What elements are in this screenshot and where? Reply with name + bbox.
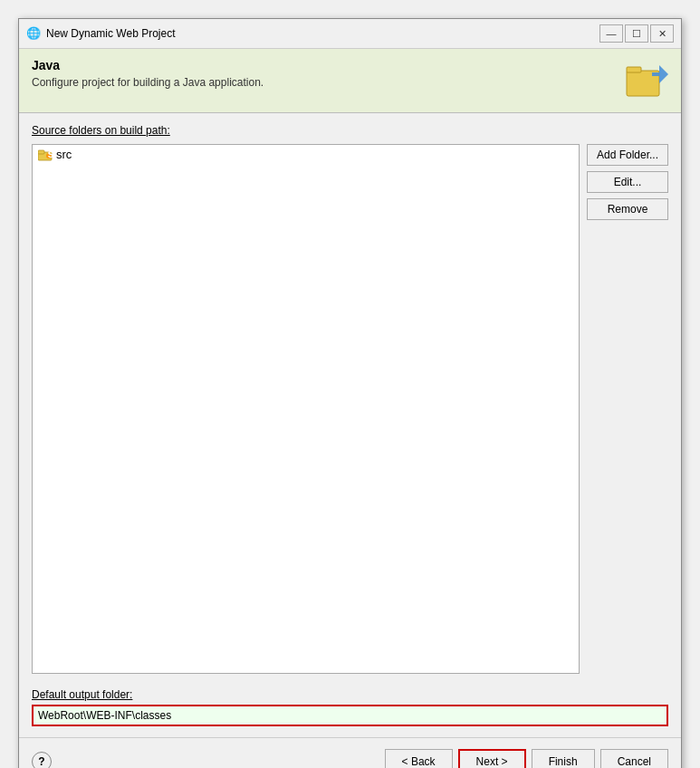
source-folders-area: s src Add Folder... Edit... Remove bbox=[32, 144, 668, 674]
java-icon bbox=[625, 58, 668, 101]
source-folders-list[interactable]: s src bbox=[32, 144, 580, 674]
restore-button[interactable]: ☐ bbox=[625, 24, 648, 43]
svg-text:s: s bbox=[48, 149, 53, 160]
bottom-bar: ? < Back Next > Finish Cancel bbox=[19, 737, 681, 768]
output-folder-section: Default output folder: bbox=[32, 688, 668, 726]
cancel-button[interactable]: Cancel bbox=[600, 749, 668, 768]
folder-icon: s bbox=[38, 149, 53, 161]
page-title: Java bbox=[32, 58, 264, 72]
header-section: Java Configure project for building a Ja… bbox=[19, 49, 681, 113]
side-buttons: Add Folder... Edit... Remove bbox=[587, 144, 668, 674]
svg-rect-3 bbox=[652, 72, 659, 76]
finish-button[interactable]: Finish bbox=[532, 749, 595, 768]
main-window: 🌐 New Dynamic Web Project — ☐ ✕ Java Con… bbox=[18, 18, 682, 768]
output-folder-label: Default output folder: bbox=[32, 688, 668, 701]
next-button[interactable]: Next > bbox=[458, 749, 526, 768]
close-button[interactable]: ✕ bbox=[650, 24, 674, 43]
source-folder-name: src bbox=[56, 148, 72, 161]
bottom-left: ? bbox=[32, 752, 52, 768]
remove-button[interactable]: Remove bbox=[587, 198, 668, 220]
main-content: Source folders on build path: s src bbox=[19, 113, 681, 737]
back-button[interactable]: < Back bbox=[385, 749, 453, 768]
add-folder-button[interactable]: Add Folder... bbox=[587, 144, 668, 166]
output-folder-input[interactable] bbox=[32, 705, 668, 726]
help-button[interactable]: ? bbox=[32, 752, 52, 768]
header-text: Java Configure project for building a Ja… bbox=[32, 58, 264, 89]
edit-button[interactable]: Edit... bbox=[587, 171, 668, 193]
bottom-right: < Back Next > Finish Cancel bbox=[385, 749, 668, 768]
svg-rect-1 bbox=[627, 67, 641, 72]
minimize-button[interactable]: — bbox=[599, 24, 623, 43]
svg-rect-5 bbox=[38, 150, 44, 154]
list-item[interactable]: s src bbox=[33, 145, 579, 164]
window-icon: 🌐 bbox=[26, 26, 41, 41]
titlebar: 🌐 New Dynamic Web Project — ☐ ✕ bbox=[19, 19, 681, 49]
source-folders-label: Source folders on build path: bbox=[32, 124, 668, 137]
page-subtitle: Configure project for building a Java ap… bbox=[32, 76, 264, 89]
window-title: New Dynamic Web Project bbox=[46, 27, 594, 40]
svg-marker-2 bbox=[659, 65, 668, 83]
window-controls: — ☐ ✕ bbox=[599, 24, 674, 43]
